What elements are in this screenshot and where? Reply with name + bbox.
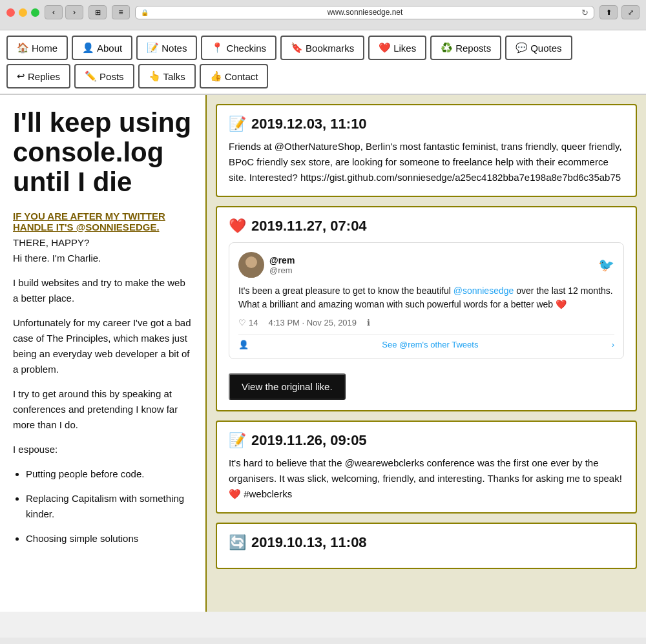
about-icon: 👤 [82, 42, 94, 54]
view-original-button[interactable]: View the original like. [229, 373, 346, 400]
intro-para2: I build websites and try to make the web… [13, 275, 193, 306]
sidebar: I'll keep using console.log until I die … [0, 95, 207, 612]
likes-icon: ❤️ [379, 42, 391, 54]
avatar [238, 252, 264, 278]
nav-talks[interactable]: 👆 Talks [138, 64, 196, 88]
espouse-list: Putting people before code. Replacing Ca… [13, 466, 193, 546]
minimize-button[interactable] [19, 8, 27, 17]
bookmarks-icon: 🔖 [291, 42, 303, 54]
nav-notes[interactable]: 📝 Notes [136, 36, 197, 60]
post-type-icon: ❤️ [229, 218, 246, 234]
tweet-author-info: @rem @rem [269, 255, 295, 275]
contact-icon: 👍 [210, 70, 222, 82]
nav-posts[interactable]: ✏️ Posts [74, 64, 134, 88]
nav-about-label: About [97, 43, 122, 54]
like-count: 14 [249, 318, 258, 327]
tweet-author: @rem @rem [238, 252, 295, 278]
nav-contact[interactable]: 👍 Contact [200, 64, 269, 88]
nav-notes-label: Notes [162, 43, 187, 54]
main-layout: I'll keep using console.log until I die … [0, 95, 646, 612]
nav-home[interactable]: 🏠 Home [6, 36, 68, 60]
post-header: 🔄 2019.10.13, 11:08 [229, 534, 624, 551]
browser-actions: ⬆ ⤢ [599, 5, 640, 19]
content-area: 📝 2019.12.03, 11:10 Friends at @OtherNat… [207, 95, 646, 612]
fullscreen-button[interactable] [31, 8, 39, 17]
replies-icon: ↩ [17, 70, 25, 82]
nav-talks-label: Talks [163, 71, 185, 82]
tweet-embed: @rem @rem 🐦 It's been a great pleasure t… [229, 242, 624, 359]
quotes-icon: 💬 [516, 42, 528, 54]
svg-point-1 [242, 268, 260, 278]
twitter-link[interactable]: IF YOU ARE AFTER MY TWITTER HANDLE IT'S … [13, 211, 193, 233]
site-nav: 🏠 Home 👤 About 📝 Notes 📍 Checkins 🔖 Book… [0, 30, 646, 95]
tweet-text: It's been a great pleasure to get to kno… [238, 284, 614, 311]
tweet-likes: ♡ 14 [238, 318, 258, 327]
list-item: Choosing simple solutions [26, 531, 193, 546]
post-type-icon: 🔄 [229, 534, 246, 551]
info-icon: ℹ [367, 318, 370, 327]
hamburger-menu[interactable]: ≡ [112, 5, 130, 19]
post-card-like: ❤️ 2019.11.27, 07:04 [216, 206, 637, 411]
tab-icon: ⊞ [89, 5, 107, 19]
nav-about[interactable]: 👤 About [72, 36, 132, 60]
post-header: 📝 2019.12.03, 11:10 [229, 116, 624, 132]
traffic-lights [6, 8, 39, 17]
tweet-footer: ♡ 14 4:13 PM · Nov 25, 2019 ℹ [238, 318, 614, 327]
site-tagline: I'll keep using console.log until I die [13, 108, 193, 198]
nav-home-label: Home [32, 43, 57, 54]
list-item: Replacing Capitalism with something kind… [26, 491, 193, 522]
nav-reposts-label: Reposts [455, 43, 491, 54]
nav-bookmarks-label: Bookmarks [306, 43, 354, 54]
list-item: Putting people before code. [26, 466, 193, 482]
intro-para4: I try to get around this by speaking at … [13, 386, 193, 433]
notes-icon: 📝 [147, 42, 159, 54]
nav-posts-label: Posts [99, 71, 124, 82]
home-icon: 🏠 [17, 42, 29, 54]
site-wrapper: 🏠 Home 👤 About 📝 Notes 📍 Checkins 🔖 Book… [0, 30, 646, 638]
nav-bookmarks[interactable]: 🔖 Bookmarks [280, 36, 364, 60]
close-button[interactable] [6, 8, 15, 17]
twitter-link-suffix: THERE, HAPPY? [13, 237, 89, 248]
intro-para3: Unfortunately for my career I've got a b… [13, 315, 193, 377]
nav-quotes[interactable]: 💬 Quotes [505, 36, 572, 60]
address-bar[interactable]: 🔒 www.sonniesedge.net ↻ [135, 6, 594, 19]
twitter-bird-icon: 🐦 [598, 257, 614, 273]
post-card: 📝 2019.12.03, 11:10 Friends at @OtherNat… [216, 104, 637, 197]
tweet-name: @rem [269, 255, 295, 265]
refresh-button[interactable]: ↻ [581, 8, 589, 17]
posts-icon: ✏️ [85, 70, 97, 82]
heart-icon: ♡ [238, 318, 246, 327]
post-type-icon: 📝 [229, 116, 246, 132]
share-button[interactable]: ⬆ [599, 5, 618, 19]
tweet-header: @rem @rem 🐦 [238, 252, 614, 278]
post-body: It's hard to believe that the @wearewebc… [229, 455, 624, 502]
post-header: ❤️ 2019.11.27, 07:04 [229, 218, 624, 234]
post-body: Friends at @OtherNatureShop, Berlin's mo… [229, 139, 624, 185]
post-card: 📝 2019.11.26, 09:05 It's hard to believe… [216, 421, 637, 514]
back-button[interactable]: ‹ [45, 5, 63, 19]
chevron-right-icon: › [612, 340, 614, 349]
tweet-see-more-link[interactable]: 👤 See @rem's other Tweets › [238, 334, 614, 349]
nav-quotes-label: Quotes [530, 43, 561, 54]
reposts-icon: ♻️ [441, 42, 453, 54]
intro-para5: I espouse: [13, 442, 193, 457]
forward-button[interactable]: › [65, 5, 83, 19]
nav-checkins[interactable]: 📍 Checkins [201, 36, 276, 60]
resize-button[interactable]: ⤢ [621, 5, 640, 19]
nav-likes[interactable]: ❤️ Likes [368, 36, 426, 60]
see-more-text: See @rem's other Tweets [382, 340, 478, 349]
browser-chrome: ‹ › ⊞ ≡ 🔒 www.sonniesedge.net ↻ ⬆ ⤢ [0, 0, 646, 30]
svg-point-0 [245, 256, 257, 268]
post-date: 2019.11.26, 09:05 [251, 432, 367, 449]
post-date: 2019.12.03, 11:10 [251, 116, 367, 132]
lock-icon: 🔒 [141, 9, 149, 16]
checkins-icon: 📍 [211, 42, 224, 54]
intro-para1: Hi there. I'm Charlie. [13, 251, 193, 266]
nav-replies[interactable]: ↩ Replies [6, 64, 70, 88]
post-date: 2019.10.13, 11:08 [251, 534, 367, 551]
tweet-mention-link[interactable]: @sonniesedge [453, 286, 514, 296]
nav-contact-label: Contact [225, 71, 258, 82]
post-date: 2019.11.27, 07:04 [251, 218, 367, 234]
tweet-timestamp: 4:13 PM · Nov 25, 2019 [268, 318, 357, 327]
nav-reposts[interactable]: ♻️ Reposts [430, 36, 501, 60]
